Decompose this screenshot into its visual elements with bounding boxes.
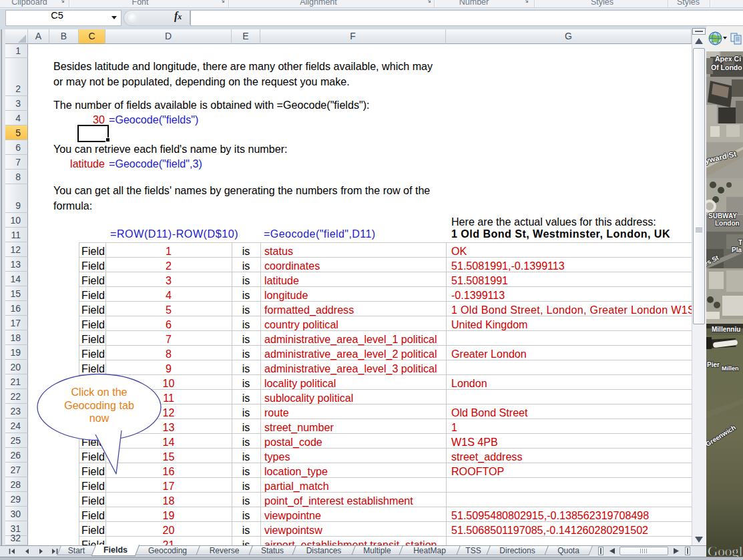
svg-text:Pla: Pla bbox=[732, 246, 742, 254]
svg-text:Millenniu: Millenniu bbox=[712, 326, 740, 333]
svg-text:Googl: Googl bbox=[708, 543, 743, 557]
svg-text:London: London bbox=[715, 220, 740, 227]
svg-text:Apex Ci: Apex Ci bbox=[715, 55, 741, 63]
svg-text:Of Londo: Of Londo bbox=[711, 63, 742, 71]
svg-text:SUBWAY: SUBWAY bbox=[708, 212, 737, 220]
svg-text:Millen: Millen bbox=[722, 365, 739, 372]
svg-text:T: T bbox=[738, 239, 742, 246]
svg-text:Pier: Pier bbox=[707, 361, 720, 368]
